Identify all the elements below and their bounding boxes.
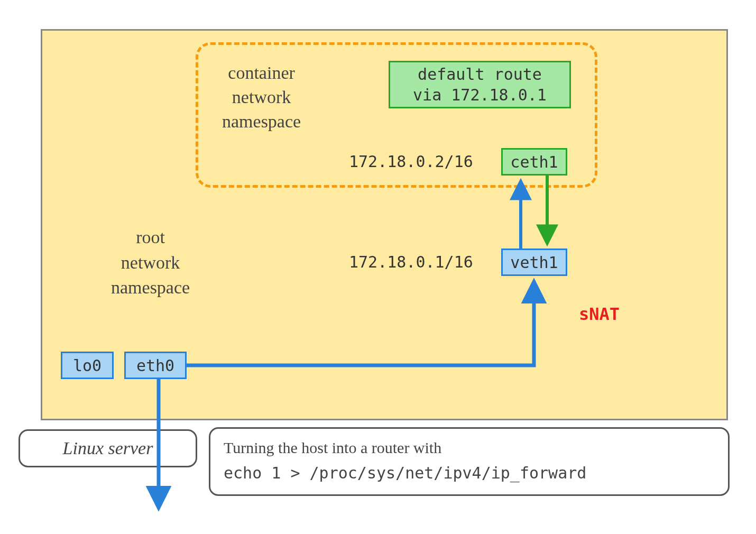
container-namespace-label: container network namespace	[222, 61, 301, 134]
lo-interface: lo0	[61, 352, 114, 379]
text: namespace	[222, 112, 301, 131]
veth-ip-label: 172.18.0.1/16	[349, 253, 473, 271]
text: via 172.18.0.1	[413, 86, 547, 104]
text: default route	[418, 65, 542, 84]
default-route-box: default route via 172.18.0.1	[389, 61, 571, 108]
command-text: echo 1 > /proc/sys/net/ipv4/ip_forward	[224, 464, 586, 482]
root-namespace-label: root network namespace	[111, 225, 190, 300]
text: namespace	[111, 278, 190, 297]
router-note: Turning the host into a router with echo…	[209, 427, 730, 496]
ceth-interface: ceth1	[501, 148, 567, 176]
text: container	[228, 63, 295, 82]
server-label: Linux server	[19, 429, 197, 467]
text: Turning the host into a router with	[224, 439, 441, 456]
snat-label: sNAT	[579, 304, 620, 324]
text: network	[232, 87, 291, 107]
text: root	[136, 227, 165, 247]
ceth-ip-label: 172.18.0.2/16	[349, 152, 473, 171]
text: network	[121, 253, 180, 272]
eth-interface: eth0	[124, 352, 187, 379]
veth-interface: veth1	[501, 248, 567, 276]
